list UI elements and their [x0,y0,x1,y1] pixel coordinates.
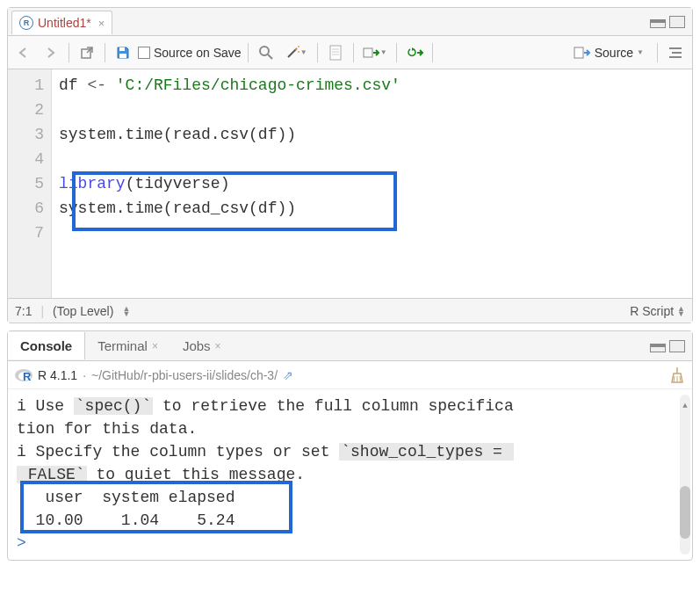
outline-button[interactable] [664,41,687,64]
source-on-save-label: Source on Save [154,46,242,60]
popout-icon [80,46,94,60]
back-button[interactable] [13,41,36,64]
run-icon [363,46,380,60]
r-version: R 4.1.1 [38,368,77,382]
goto-directory-icon[interactable]: ⇗ [283,368,293,382]
rerun-icon [405,46,424,60]
separator [432,43,433,62]
svg-rect-13 [364,48,372,57]
svg-point-8 [298,51,299,53]
scope-label[interactable]: (Top Level) [53,304,113,318]
outline-icon [668,47,682,59]
console-output[interactable]: ▲ i Use `spec()` to retrieve the full co… [8,389,692,560]
svg-point-6 [295,48,297,50]
chevron-down-icon: ▼ [300,48,307,56]
editor-tab-untitled1[interactable]: R Untitled1* × [11,11,112,34]
separator [248,43,249,62]
separator [105,43,105,62]
find-replace-button[interactable] [255,41,278,64]
separator [353,43,354,62]
svg-point-7 [298,46,299,47]
console-info-bar: R R 4.1.1 · ~/GitHub/r-pbi-users-ii/slid… [8,361,692,389]
updown-icon[interactable]: ▲▼ [677,306,685,316]
r-logo-icon: R [15,366,32,384]
search-icon [258,45,274,61]
notebook-icon [328,45,343,61]
report-button[interactable] [324,41,347,64]
cursor-position: 7:1 [15,304,32,318]
forward-button[interactable] [40,41,62,64]
r-file-icon: R [19,16,33,30]
scrollbar-thumb[interactable] [680,486,690,539]
tab-terminal[interactable]: Terminal× [85,332,170,359]
svg-text:R: R [23,370,32,383]
separator [657,43,658,62]
maximize-pane-icon[interactable] [669,16,685,28]
chevron-down-icon: ▼ [637,48,644,56]
pane-window-controls [650,340,692,352]
svg-rect-14 [574,47,583,58]
console-tab-bar: Console Terminal× Jobs× [8,331,692,361]
svg-rect-1 [119,47,125,51]
editor-status-bar: 7:1 | (Top Level) ▲▼ R Script ▲▼ [8,298,692,323]
wand-icon [285,45,300,61]
file-type-label[interactable]: R Script [630,304,674,318]
tab-console[interactable]: Console [8,332,85,359]
close-icon[interactable]: × [152,340,158,352]
source-button[interactable]: Source ▼ [566,43,651,62]
separator [396,43,397,62]
scroll-up-icon[interactable]: ▲ [680,395,690,407]
separator [69,43,69,62]
arrow-right-icon [43,47,59,59]
svg-rect-9 [330,46,341,60]
chevron-down-icon: ▼ [380,48,387,56]
source-editor-pane: R Untitled1* × Source on Save [7,7,693,323]
editor-tab-bar: R Untitled1* × [8,8,692,36]
tab-jobs[interactable]: Jobs× [170,332,234,359]
close-icon[interactable]: × [98,17,105,30]
clear-console-icon[interactable] [669,366,685,384]
save-button[interactable] [112,41,134,64]
svg-line-21 [674,376,675,382]
source-button-label: Source [595,46,633,60]
maximize-pane-icon[interactable] [669,340,685,352]
working-directory[interactable]: ~/GitHub/r-pbi-users-ii/slides/ch-3/ [91,368,278,382]
code-tools-button[interactable]: ▼ [281,41,311,64]
arrow-left-icon [17,47,32,59]
editor-toolbar: Source on Save ▼ ▼ Source ▼ [8,36,692,69]
rerun-button[interactable] [403,41,426,64]
svg-rect-2 [119,54,126,58]
pane-window-controls [650,16,692,28]
separator [317,43,318,62]
path-separator: · [83,368,86,382]
save-icon [116,46,130,60]
line-gutter: 1234567 [8,69,52,298]
minimize-pane-icon[interactable] [650,344,666,352]
run-button[interactable]: ▼ [360,41,390,64]
svg-line-4 [268,54,272,59]
svg-line-23 [680,376,681,382]
show-in-new-window-button[interactable] [76,41,98,64]
svg-point-3 [260,47,269,55]
source-on-save-checkbox[interactable] [138,47,150,59]
minimize-pane-icon[interactable] [650,19,666,28]
close-icon[interactable]: × [215,340,221,352]
tab-label: Untitled1* [38,16,91,30]
console-pane: Console Terminal× Jobs× R R 4.1.1 · ~/Gi… [7,330,693,561]
source-icon [574,46,591,60]
updown-icon[interactable]: ▲▼ [122,306,130,316]
code-content[interactable]: df <- 'C:/RFiles/chicago-crimes.csv'syst… [52,69,692,298]
code-editor[interactable]: 1234567 df <- 'C:/RFiles/chicago-crimes.… [8,69,692,298]
